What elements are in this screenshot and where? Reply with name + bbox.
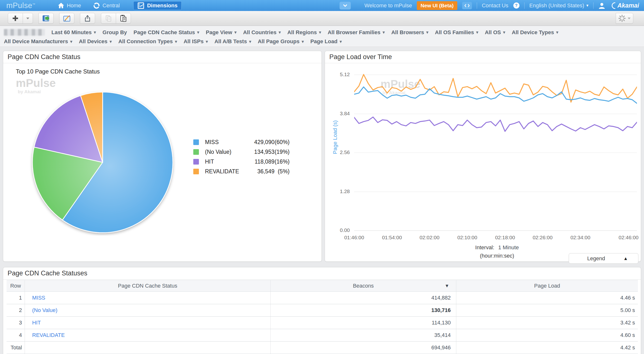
- filter-all-device-types[interactable]: All Device Types▾: [512, 29, 558, 36]
- user-icon[interactable]: [598, 2, 605, 9]
- filter-all-device-manufacturers[interactable]: All Device Manufacturers▾: [4, 38, 72, 45]
- legend-toggle-button[interactable]: Legend ▲: [569, 253, 638, 264]
- legend-value: 429,090: [251, 139, 274, 145]
- navbar-collapse-button[interactable]: [340, 2, 351, 10]
- language-selector[interactable]: English (United States) ▾: [530, 3, 589, 9]
- row-number: 3: [6, 317, 24, 329]
- page-load-value: 3.42 s: [456, 317, 638, 329]
- column-header-status[interactable]: Page CDN Cache Status: [24, 280, 270, 291]
- filter-all-connection-types[interactable]: All Connection Types▾: [118, 38, 177, 45]
- beacons-value: 114,130: [270, 317, 456, 329]
- legend-swatch: [193, 139, 199, 145]
- edit-dashboard-button[interactable]: [59, 13, 74, 24]
- x-tick-label: 02:10:00: [457, 235, 477, 241]
- filter-page-cdn-cache-status[interactable]: Page CDN Cache Status▾: [134, 29, 199, 36]
- pie-legend: MISS429,090(60%)(No Value)134,953(19%)HI…: [193, 139, 290, 175]
- caret-down-icon: ▾: [503, 30, 505, 35]
- paste-button[interactable]: [116, 13, 131, 24]
- chevron-down-icon: [343, 4, 347, 7]
- caret-down-icon: ▾: [249, 39, 251, 44]
- row-number: 2: [6, 304, 24, 316]
- filter-label: All Connection Types: [118, 38, 172, 45]
- beacons-value: 130,716: [270, 304, 456, 316]
- cache-status-link[interactable]: (No Value): [32, 307, 58, 313]
- beacons-value: 35,414: [270, 329, 456, 341]
- pie-panel: Page CDN Cache Status Top 10 Page CDN Ca…: [3, 51, 322, 262]
- central-icon: [93, 2, 100, 9]
- table-row: 4REVALIDATE35,4144.60 s: [6, 329, 638, 341]
- filter-label: All Browser Families: [328, 29, 380, 36]
- page-load-value: 4.42 s: [456, 341, 638, 354]
- filter-all-page-groups[interactable]: All Page Groups▾: [258, 38, 304, 45]
- column-header-page-load[interactable]: Page Load: [456, 280, 638, 291]
- cache-status-link[interactable]: REVALIDATE: [32, 332, 65, 338]
- table-row: 2(No Value)130,7165.00 s: [6, 304, 638, 317]
- help-icon[interactable]: ?: [513, 3, 520, 9]
- table-panel-title: Page CDN Cache Statuses: [3, 267, 641, 280]
- akamai-mark-icon: [610, 2, 616, 9]
- open-window-icon: [42, 15, 50, 22]
- redacted-app-selector[interactable]: [4, 29, 45, 36]
- caret-down-icon: ▾: [175, 39, 177, 44]
- filter-all-devices[interactable]: All Devices▾: [79, 38, 112, 45]
- legend-percent: (19%): [274, 149, 290, 155]
- filter-page-view[interactable]: Page View▾: [206, 29, 236, 36]
- cache-status-link[interactable]: HIT: [32, 320, 41, 326]
- open-dashboard-button[interactable]: [38, 13, 54, 24]
- tab-dimensions[interactable]: Dimensions: [133, 1, 182, 10]
- copy-button[interactable]: [101, 13, 116, 24]
- filter-label: Page CDN Cache Status: [134, 29, 195, 36]
- series-line-hit: [354, 117, 637, 131]
- add-button[interactable]: [8, 13, 23, 24]
- filter-all-os-families[interactable]: All OS Families▾: [435, 29, 478, 36]
- caret-down-icon: ▾: [110, 39, 112, 44]
- filter-label: Group By: [102, 29, 127, 36]
- share-button[interactable]: [80, 13, 95, 24]
- line-panel: Page Load over Time 5.123.842.561.280.00…: [325, 51, 641, 262]
- table-row: 3HIT114,1303.42 s: [6, 317, 638, 329]
- sort-desc-icon[interactable]: ▼: [444, 283, 449, 289]
- filter-all-regions[interactable]: All Regions▾: [288, 29, 321, 36]
- legend-button-label: Legend: [569, 255, 623, 262]
- nav-central[interactable]: Central: [93, 2, 120, 9]
- filter-all-browsers[interactable]: All Browsers▾: [391, 29, 428, 36]
- interval-value-dropdown[interactable]: 1 Minute: [498, 244, 519, 251]
- y-tick-label: 0.00: [329, 227, 350, 233]
- filter-page-load[interactable]: Page Load▾: [310, 38, 342, 45]
- caret-down-icon: ▾: [278, 30, 281, 35]
- filter-all-browser-families[interactable]: All Browser Families▾: [328, 29, 385, 36]
- filter-row-1: Last 60 Minutes▾Group ByPage CDN Cache S…: [4, 29, 642, 36]
- caret-down-icon: ▾: [586, 3, 589, 8]
- nav-home[interactable]: Home: [58, 3, 81, 9]
- filter-group-by: Group By: [102, 29, 127, 36]
- cache-status-link[interactable]: MISS: [32, 295, 45, 301]
- settings-button[interactable]: [616, 13, 633, 24]
- add-menu-button[interactable]: [23, 13, 33, 24]
- spinner-icon: [618, 15, 626, 22]
- cache-status-cell: REVALIDATE: [24, 329, 270, 341]
- contact-us-link[interactable]: Contact Us: [482, 3, 508, 9]
- filter-last-60-minutes[interactable]: Last 60 Minutes▾: [52, 29, 96, 36]
- pie-chart[interactable]: [30, 89, 176, 236]
- cache-status-cell: (No Value): [24, 304, 270, 316]
- caret-down-icon: ▾: [476, 30, 478, 35]
- filter-all-isps[interactable]: All ISPs▾: [184, 38, 208, 45]
- akamai-logo: Akamai: [610, 2, 639, 9]
- column-header-row: Row: [6, 280, 24, 291]
- filter-label: All Page Groups: [258, 38, 299, 45]
- column-header-beacons[interactable]: Beacons ▼: [270, 280, 456, 291]
- legend-label: MISS: [205, 139, 251, 145]
- filter-all-countries[interactable]: All Countries▾: [243, 29, 280, 36]
- line-chart[interactable]: [354, 61, 637, 232]
- caret-down-icon: [628, 17, 631, 20]
- new-ui-beta-button[interactable]: New UI (Beta): [417, 1, 457, 10]
- share-group: [80, 13, 95, 24]
- filter-all-os[interactable]: All OS▾: [485, 29, 505, 36]
- settings-group: [616, 13, 633, 24]
- code-snippet-button[interactable]: [462, 2, 472, 9]
- filter-all-a-b-tests[interactable]: All A/B Tests▾: [214, 38, 251, 45]
- copy-icon: [105, 15, 112, 22]
- caret-down-icon: ▾: [197, 30, 200, 35]
- divider: [524, 3, 524, 9]
- code-brackets-icon: [464, 4, 470, 8]
